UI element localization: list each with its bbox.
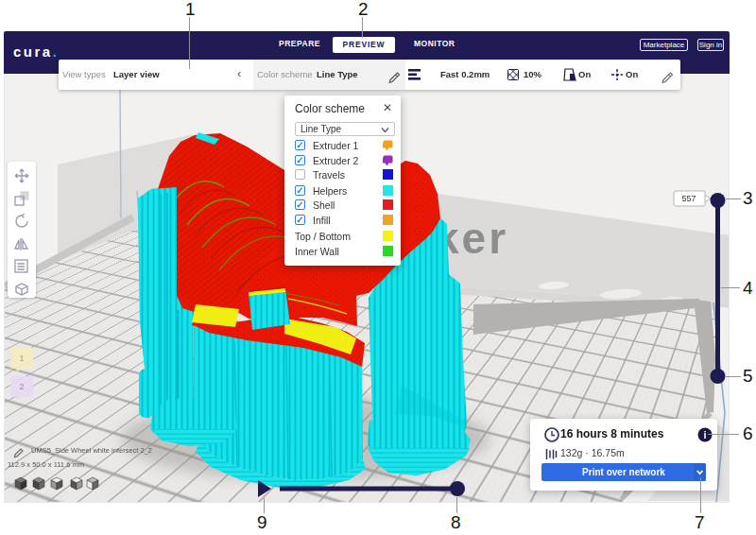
svg-text:i: i [703, 429, 706, 440]
svg-text:557: 557 [681, 194, 696, 203]
